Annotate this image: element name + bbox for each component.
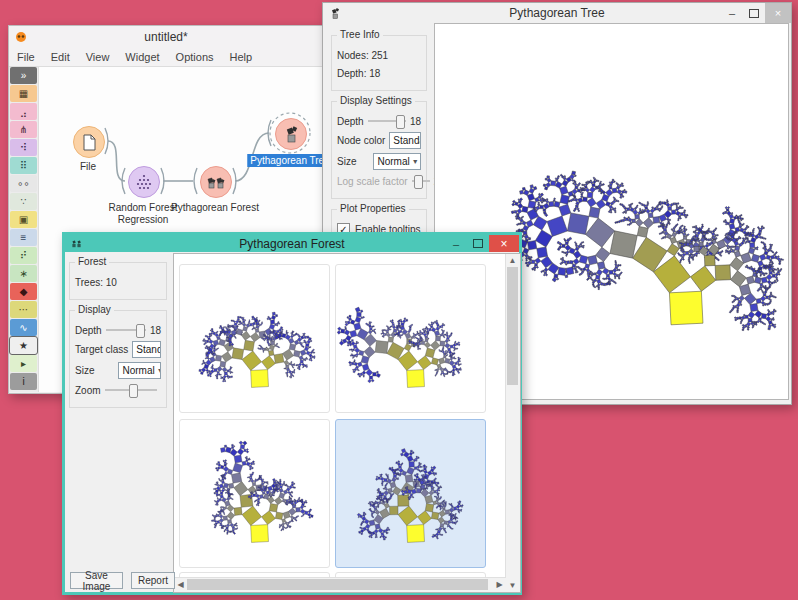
node-label-pythagorean-tree: Pythagorean Tree — [247, 154, 323, 167]
workflow-node-pythagorean-tree[interactable] — [275, 118, 307, 150]
save-image-button[interactable]: Save Image — [70, 572, 123, 589]
tree-minimize-button[interactable]: – — [721, 3, 743, 23]
chevron-down-icon: ▼ — [412, 158, 419, 165]
report-button[interactable]: Report — [131, 572, 175, 589]
tree-close-button[interactable]: × — [765, 3, 791, 23]
scroll-right-icon[interactable]: ▶ — [493, 578, 506, 591]
horizontal-scrollbar[interactable]: ◀ ▶ — [174, 577, 506, 592]
target-class-label: Target class — [75, 344, 128, 355]
toolbox-item-scatter-plot[interactable]: ⣠ — [10, 103, 37, 120]
toolbox-item-favorites[interactable]: ★ — [10, 337, 37, 354]
forest-window-icon — [71, 238, 82, 249]
zoom-slider[interactable] — [105, 384, 157, 396]
menu-help[interactable]: Help — [222, 51, 261, 63]
node-label-rfr-2: Regression — [118, 214, 169, 225]
toolbox-item-tree-viewer[interactable]: ⋔ — [10, 121, 37, 138]
menu-bar: FileEditViewWidgetOptionsHelp — [9, 48, 323, 67]
forest-maximize-button[interactable] — [467, 235, 489, 252]
forest-close-button[interactable]: × — [489, 235, 519, 252]
forest-display-group: Display Depth 18 Target class Standard d… — [69, 310, 167, 408]
chevron-down-icon: ▼ — [157, 367, 161, 374]
scroll-left-icon[interactable]: ◀ — [174, 578, 187, 591]
file-icon — [82, 134, 96, 151]
forest-window-titlebar[interactable]: Pythagorean Forest – × — [65, 235, 519, 252]
vertical-scrollbar[interactable]: ▲ ▼ — [505, 254, 520, 592]
toolbox-item-report-viewer[interactable]: i — [10, 373, 37, 390]
display-settings-group: Display Settings Depth 18 Node color Sta… — [331, 101, 427, 199]
pythagorean-forest-icon — [207, 174, 225, 190]
pythagorean-forest-window: Pythagorean Forest – × Forest Trees: 10 … — [62, 232, 522, 595]
log-scale-slider — [412, 175, 430, 187]
forest-minimize-button[interactable]: – — [445, 235, 467, 252]
node-label-pythagorean-forest: Pythagorean Forest — [171, 202, 259, 213]
menu-edit[interactable]: Edit — [43, 51, 78, 63]
trees-count: Trees: 10 — [75, 277, 117, 288]
node-label-rfr-1: Random Forest — [109, 202, 178, 213]
size-select[interactable]: Normal▼ — [373, 153, 421, 170]
tree-info-group: Tree Info Nodes: 251 Depth: 18 — [331, 35, 427, 91]
forest-tree-cell-4-selected[interactable] — [335, 419, 486, 568]
node-color-select[interactable]: Standard devia▼ — [389, 132, 421, 149]
workflow-node-file[interactable] — [73, 126, 105, 158]
workflow-node-random-forest-regression[interactable] — [128, 166, 160, 198]
main-window-title: untitled* — [9, 30, 323, 44]
forest-tree-figure-1 — [180, 265, 329, 412]
forest-depth-label: Depth — [75, 325, 102, 336]
toolbox-item-data-table[interactable]: ▦ — [10, 85, 37, 102]
toolbox-item-scatter-map[interactable]: ⠞ — [10, 247, 37, 264]
forest-tree-figure-2 — [336, 265, 485, 412]
depth-slider[interactable] — [368, 115, 406, 127]
display-settings-title: Display Settings — [337, 95, 415, 106]
depth-value: 18 — [410, 116, 421, 127]
forest-tree-cell-3[interactable] — [179, 419, 330, 568]
toolbox-item-image-viewer[interactable]: ▣ — [10, 211, 37, 228]
vertical-scroll-thumb[interactable] — [507, 267, 518, 385]
toolbox-item-feature-statistics[interactable]: ≡ — [10, 229, 37, 246]
workflow-node-pythagorean-forest[interactable] — [200, 166, 232, 198]
scroll-up-icon[interactable]: ▲ — [506, 254, 519, 267]
forest-tree-figure-3 — [180, 420, 329, 567]
forest-tree-cell-1[interactable] — [179, 264, 330, 413]
forest-depth-slider[interactable] — [106, 324, 146, 336]
node-color-label: Node color — [337, 135, 385, 146]
plot-properties-title: Plot Properties — [337, 203, 409, 214]
forest-size-select[interactable]: Normal▼ — [118, 362, 161, 379]
forest-tree-figure-4 — [336, 420, 485, 567]
zoom-label: Zoom — [75, 385, 101, 396]
forest-settings-panel: Forest Trees: 10 Display Depth 18 Target… — [65, 252, 171, 408]
toolbox-item-rank[interactable]: ∵ — [10, 193, 37, 210]
horizontal-scroll-thumb[interactable] — [187, 579, 488, 590]
toolbox-item-toolbox-collapse[interactable]: » — [10, 67, 37, 84]
menu-file[interactable]: File — [9, 51, 43, 63]
desktop: untitled* FileEditViewWidgetOptionsHelp … — [0, 0, 798, 600]
pythagorean-tree-icon — [282, 125, 300, 143]
toolbox-item-distributions[interactable]: ⠺ — [10, 139, 37, 156]
tree-info-title: Tree Info — [337, 29, 383, 40]
tree-maximize-button[interactable] — [743, 3, 765, 23]
target-class-select[interactable]: Standard devia▼ — [132, 341, 161, 358]
forest-group: Forest Trees: 10 — [69, 262, 167, 300]
tree-nodes-count: Nodes: 251 — [337, 50, 388, 61]
tree-depth-info: Depth: 18 — [337, 68, 380, 79]
menu-options[interactable]: Options — [168, 51, 222, 63]
forest-cells-viewport — [174, 254, 506, 578]
toolbox-item-sieve-diagram[interactable]: ⠿ — [10, 157, 37, 174]
main-titlebar[interactable]: untitled* — [9, 26, 323, 48]
widget-toolbox: »▦⣠⋔⠺⠿∘∘∵▣≡⠞∗◆⋯∿★▸i — [9, 67, 39, 392]
tree-window-titlebar[interactable]: Pythagorean Tree – × — [323, 3, 791, 23]
random-forest-icon — [135, 173, 153, 191]
toolbox-item-mosaic-display[interactable]: ∘∘ — [10, 175, 37, 192]
forest-depth-value: 18 — [150, 325, 161, 336]
toolbox-item-network[interactable]: ∗ — [10, 265, 37, 282]
log-scale-label: Log scale factor — [337, 176, 408, 187]
forest-size-label: Size — [75, 365, 94, 376]
scroll-down-icon[interactable]: ▼ — [506, 579, 519, 592]
toolbox-item-line-plot[interactable]: ∿ — [10, 319, 37, 336]
toolbox-item-launcher[interactable]: ▸ — [10, 355, 37, 372]
forest-tree-cell-2[interactable] — [335, 264, 486, 413]
forest-thumbnail-grid: ▲ ▼ ◀ ▶ — [173, 253, 521, 593]
menu-view[interactable]: View — [78, 51, 118, 63]
toolbox-item-education[interactable]: ◆ — [10, 283, 37, 300]
toolbox-item-parameter-fitter[interactable]: ⋯ — [10, 301, 37, 318]
menu-widget[interactable]: Widget — [117, 51, 167, 63]
